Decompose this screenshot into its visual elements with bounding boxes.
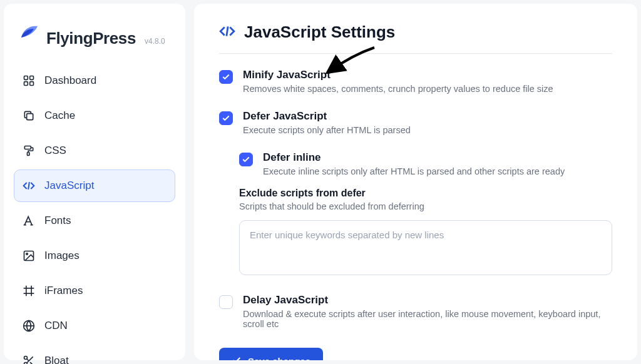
- setting-desc: Removes white spaces, comments, crunch p…: [243, 84, 612, 94]
- setting-desc: Download & execute scripts after user in…: [243, 309, 612, 329]
- svg-line-7: [28, 182, 29, 190]
- sidebar-item-label: Bloat: [44, 355, 69, 364]
- sidebar-item-images[interactable]: Images: [14, 240, 175, 272]
- setting-title: Delay JavaScript: [243, 294, 612, 306]
- exclude-block: Exclude scripts from defer Scripts that …: [239, 188, 612, 278]
- checkbox-minify[interactable]: [219, 70, 233, 84]
- setting-defer-inline: Defer inline Execute inline scripts only…: [239, 151, 612, 176]
- setting-title: Defer JavaScript: [243, 110, 612, 123]
- sidebar-item-fonts[interactable]: Fonts: [14, 205, 175, 237]
- sidebar-item-dashboard[interactable]: Dashboard: [14, 64, 175, 97]
- checkbox-defer-inline[interactable]: [239, 153, 253, 166]
- code-icon: [22, 179, 36, 193]
- sidebar-item-label: Cache: [44, 109, 75, 122]
- scissors-icon: [22, 354, 36, 364]
- exclude-textarea[interactable]: [239, 220, 612, 275]
- brand-name: FlyingPress: [46, 29, 136, 48]
- sidebar-item-label: iFrames: [44, 285, 83, 297]
- save-button[interactable]: Save changes: [219, 348, 323, 360]
- setting-minify: Minify JavaScript Removes white spaces, …: [219, 69, 612, 94]
- sidebar-nav: Dashboard Cache CSS JavaScript: [14, 64, 175, 364]
- sidebar-item-iframes[interactable]: iFrames: [14, 275, 175, 307]
- page-header: JavaScript Settings: [219, 23, 612, 54]
- sidebar-item-cache[interactable]: Cache: [14, 99, 175, 132]
- globe-icon: [22, 319, 36, 333]
- grid-icon: [22, 74, 36, 88]
- sidebar-item-label: CDN: [44, 320, 68, 332]
- brand-logo-icon: [18, 21, 40, 44]
- brand-version: v4.8.0: [145, 37, 165, 46]
- save-button-label: Save changes: [248, 356, 310, 360]
- exclude-title: Exclude scripts from defer: [239, 188, 612, 199]
- svg-point-12: [26, 253, 28, 255]
- sidebar-item-label: Images: [44, 250, 79, 262]
- sidebar-item-bloat[interactable]: Bloat: [14, 345, 175, 364]
- setting-defer: Defer JavaScript Execute scripts only af…: [219, 110, 612, 135]
- copy-icon: [22, 109, 36, 123]
- svg-line-24: [227, 26, 228, 36]
- font-icon: [22, 214, 36, 228]
- main-panel: JavaScript Settings Minify: [194, 4, 637, 360]
- sidebar-item-javascript[interactable]: JavaScript: [14, 169, 175, 202]
- svg-point-19: [24, 356, 28, 360]
- setting-desc: Execute inline scripts only after HTML i…: [263, 166, 612, 176]
- svg-rect-5: [24, 146, 31, 149]
- frame-icon: [22, 284, 36, 298]
- svg-line-23: [27, 359, 29, 361]
- setting-desc: Execute scripts only after HTML is parse…: [243, 125, 612, 135]
- sidebar-item-label: CSS: [44, 144, 66, 157]
- svg-rect-1: [30, 76, 34, 80]
- page-title: JavaScript Settings: [244, 23, 395, 42]
- check-icon: [232, 355, 242, 360]
- exclude-desc: Scripts that should be excluded from def…: [239, 201, 612, 211]
- paint-icon: [22, 144, 36, 158]
- setting-delay: Delay JavaScript Download & execute scri…: [219, 294, 612, 329]
- brand: FlyingPress v4.8.0: [14, 18, 175, 62]
- setting-title: Minify JavaScript: [243, 69, 612, 81]
- svg-rect-4: [27, 114, 33, 120]
- sidebar-item-label: JavaScript: [44, 179, 94, 192]
- sidebar: FlyingPress v4.8.0 Dashboard Cache CS: [4, 4, 185, 360]
- svg-rect-6: [28, 153, 29, 156]
- setting-title: Defer inline: [263, 151, 612, 164]
- checkbox-delay[interactable]: [219, 295, 233, 309]
- sidebar-item-cdn[interactable]: CDN: [14, 310, 175, 342]
- sidebar-item-label: Fonts: [44, 215, 71, 227]
- code-icon: [219, 23, 235, 42]
- sidebar-item-label: Dashboard: [44, 74, 96, 87]
- svg-rect-3: [30, 82, 34, 86]
- svg-rect-0: [24, 76, 28, 80]
- sidebar-item-css[interactable]: CSS: [14, 134, 175, 167]
- checkbox-defer[interactable]: [219, 111, 233, 125]
- svg-rect-2: [24, 82, 28, 86]
- image-icon: [22, 249, 36, 263]
